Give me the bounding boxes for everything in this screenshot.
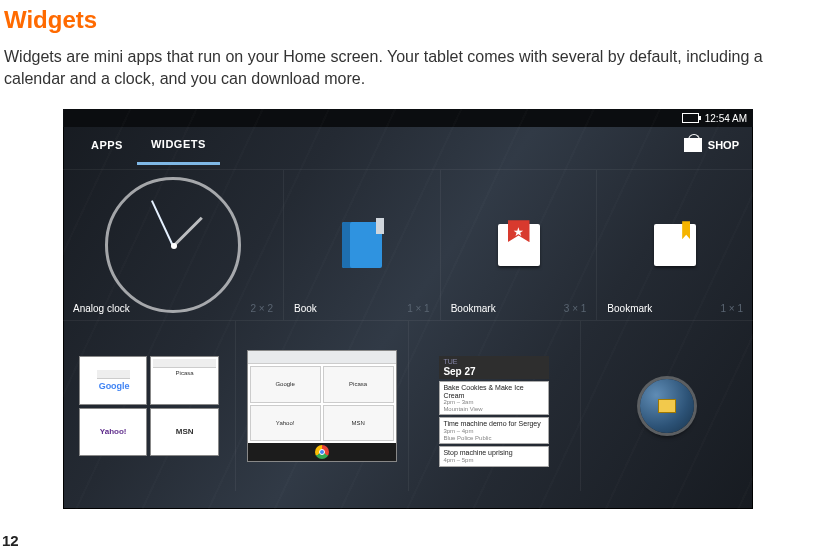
browser-preview-icon: Google Picasa Yahoo! MSN (247, 350, 397, 462)
widget-dim: 2 × 2 (250, 303, 273, 314)
tab-widgets[interactable]: WIDGETS (137, 126, 220, 165)
bookmarks-grid-icon: Google Picasa Yahoo! MSN (79, 356, 219, 456)
status-bar: 12:54 AM (63, 109, 753, 127)
section-title: Widgets (4, 6, 816, 34)
widget-label: Analog clock (73, 303, 130, 314)
widget-cell-bookmarks-grid[interactable]: Google Picasa Yahoo! MSN (63, 321, 236, 491)
shop-label: SHOP (708, 139, 739, 151)
section-intro: Widgets are mini apps that run on your H… (4, 46, 812, 89)
widget-cell-globe[interactable] (581, 321, 753, 491)
bookmark-icon (654, 224, 696, 266)
widget-label: Bookmark (451, 303, 496, 314)
widget-cell-calendar[interactable]: TUE Sep 27 Bake Cookies & Make Ice Cream… (409, 321, 582, 491)
widget-dim: 1 × 1 (407, 303, 430, 314)
widget-cell-bookmark-star[interactable]: ★ Bookmark 3 × 1 (441, 170, 598, 320)
widget-label: Bookmark (607, 303, 652, 314)
globe-icon (640, 379, 694, 433)
tablet-screenshot: 12:54 AM APPS WIDGETS SHOP Analog clock … (63, 109, 753, 509)
widget-cell-book[interactable]: Book 1 × 1 (284, 170, 441, 320)
status-time: 12:54 AM (705, 113, 747, 124)
tab-bar: APPS WIDGETS SHOP (63, 127, 753, 163)
calendar-widget-icon: TUE Sep 27 Bake Cookies & Make Ice Cream… (439, 356, 549, 456)
shop-button[interactable]: SHOP (684, 127, 739, 163)
widget-dim: 1 × 1 (720, 303, 743, 314)
book-icon (342, 222, 382, 268)
widget-cell-analog-clock[interactable]: Analog clock 2 × 2 (63, 170, 284, 320)
widget-dim: 3 × 1 (564, 303, 587, 314)
battery-icon (682, 113, 699, 123)
widget-cell-bookmark[interactable]: Bookmark 1 × 1 (597, 170, 753, 320)
widget-label: Book (294, 303, 317, 314)
tab-apps[interactable]: APPS (77, 127, 137, 163)
chrome-icon (315, 445, 329, 459)
widget-cell-browser[interactable]: Google Picasa Yahoo! MSN (236, 321, 409, 491)
analog-clock-icon (105, 177, 241, 313)
bookmark-star-icon: ★ (498, 224, 540, 266)
shop-icon (684, 138, 702, 152)
page-number: 12 (2, 532, 19, 549)
